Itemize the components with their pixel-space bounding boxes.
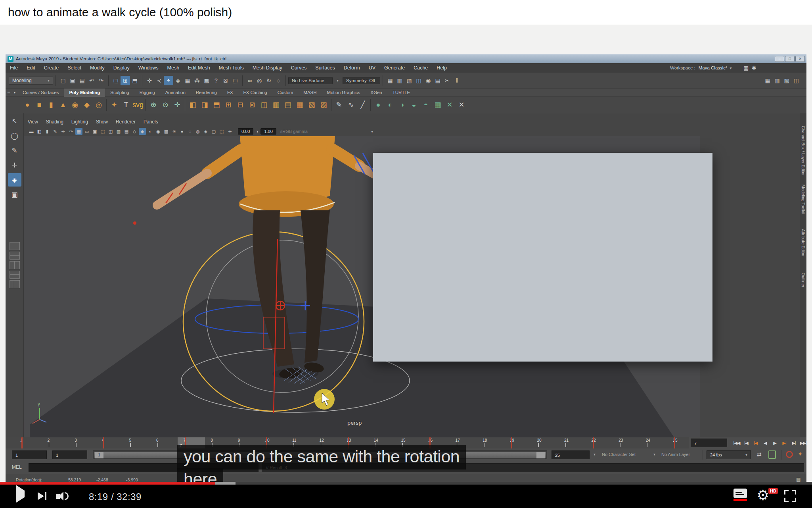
shelf-tool-icon[interactable]: ▥: [270, 99, 282, 111]
panel-toggle-icon[interactable]: ◫: [791, 76, 801, 85]
gamma-field[interactable]: 1.00: [260, 128, 276, 135]
viewport-icon[interactable]: ▦: [75, 128, 82, 135]
menu-item[interactable]: Help: [432, 63, 451, 73]
shelf-tool-icon[interactable]: ●: [21, 99, 33, 111]
shelf-tab[interactable]: Curves / Surfaces: [17, 89, 64, 97]
record-icon[interactable]: [786, 451, 793, 458]
display-icon[interactable]: ▥: [395, 76, 404, 85]
selection-mode-icon[interactable]: ⬒: [130, 76, 140, 85]
menu-item[interactable]: Edit Mesh: [184, 63, 214, 73]
shelf-tab[interactable]: XGen: [365, 89, 387, 97]
shelf-tool-icon[interactable]: ✕: [444, 99, 456, 111]
menu-item[interactable]: Select: [63, 63, 86, 73]
snap-icon[interactable]: ⊠: [221, 76, 230, 85]
next-key-button[interactable]: ▶|: [779, 438, 789, 448]
shelf-tool-icon[interactable]: [146, 99, 146, 111]
snap-icon[interactable]: ◈: [173, 76, 183, 85]
display-icon[interactable]: ▤: [433, 76, 442, 85]
shelf-tab[interactable]: Custom: [272, 89, 299, 97]
shelf-tool-icon[interactable]: ▲: [57, 99, 69, 111]
animlayer-caret-icon[interactable]: ▾: [653, 452, 655, 456]
shelf-tool-icon[interactable]: [370, 99, 371, 111]
viewport-menu-item[interactable]: Lighting: [67, 119, 92, 125]
maya-titlebar[interactable]: M Autodesk Maya 2019 - Student Version: …: [6, 54, 806, 63]
tool-icon[interactable]: ✛: [8, 158, 21, 172]
shelf-tool-icon[interactable]: ▤: [282, 99, 294, 111]
viewport-icon[interactable]: ◆: [139, 128, 146, 135]
shelf-tool-icon[interactable]: ✦: [108, 99, 120, 111]
tab-channel-box[interactable]: Channel Box / Layer Editor: [801, 126, 806, 176]
shelf-tool-icon[interactable]: [185, 99, 185, 111]
snap-icon[interactable]: ⌖: [164, 76, 173, 85]
dope-sheet-icon[interactable]: [768, 450, 776, 459]
shelf-tab[interactable]: Rigging: [134, 89, 160, 97]
range-start-handle[interactable]: 1: [95, 452, 103, 458]
shelf-tool-icon[interactable]: ⊟: [234, 99, 246, 111]
shelf-tool-icon[interactable]: ◓: [420, 99, 432, 111]
history-icon[interactable]: ◎: [255, 76, 264, 85]
shelf-tool-icon[interactable]: ◉: [69, 99, 81, 111]
shelf-tool-icon[interactable]: ▮: [45, 99, 57, 111]
viewport-icon[interactable]: ◈: [202, 128, 209, 135]
viewport-icon[interactable]: ◍: [194, 128, 201, 135]
tab-modeling-toolkit[interactable]: Modeling Toolkit: [801, 185, 806, 214]
selection-mode-icon[interactable]: ⊞: [121, 76, 130, 85]
shelf-tab[interactable]: Poly Modeling: [64, 89, 105, 97]
symmetry-field[interactable]: Symmetry: Off: [343, 77, 380, 84]
file-icon[interactable]: ↶: [87, 76, 96, 85]
menubar-icon[interactable]: ✱: [750, 64, 758, 72]
viewport-icon[interactable]: ⬚: [218, 128, 225, 135]
display-icon[interactable]: ▦: [385, 76, 395, 85]
minimize-button[interactable]: –: [775, 56, 784, 62]
snap-icon[interactable]: ▩: [202, 76, 211, 85]
shelf-tool-icon[interactable]: ◎: [93, 99, 105, 111]
shelf-tool-icon[interactable]: T: [120, 99, 132, 111]
next-button[interactable]: [38, 492, 46, 500]
menu-item[interactable]: Mesh Display: [248, 63, 287, 73]
shelf-tool-icon[interactable]: ■: [33, 99, 45, 111]
layout-outliner-button[interactable]: [10, 280, 20, 288]
snap-icon[interactable]: ⬚: [230, 76, 240, 85]
history-icon[interactable]: ◌: [274, 76, 283, 85]
character-set-selector[interactable]: No Character Set: [602, 452, 636, 457]
shelf-tool-icon[interactable]: ╱: [357, 99, 369, 111]
display-icon[interactable]: ◉: [423, 76, 433, 85]
viewport-icon[interactable]: ✛: [59, 128, 67, 135]
shelf-tool-icon[interactable]: ◒: [408, 99, 420, 111]
play-backwards-button[interactable]: ◀: [760, 438, 770, 448]
viewport-menu-item[interactable]: View: [24, 119, 42, 125]
menu-item[interactable]: Cache: [409, 63, 432, 73]
menu-item[interactable]: Surfaces: [311, 63, 339, 73]
selection-mode-icon[interactable]: ⬚: [111, 76, 121, 85]
shelf-tool-icon[interactable]: [106, 99, 107, 111]
display-icon[interactable]: ▧: [404, 76, 414, 85]
display-icon[interactable]: ✂: [442, 76, 452, 85]
tool-icon[interactable]: ✎: [8, 144, 21, 157]
viewport-icon[interactable]: ▬: [28, 128, 35, 135]
menu-item[interactable]: UV: [364, 63, 380, 73]
workspace-value[interactable]: Maya Classic*: [699, 65, 728, 70]
prev-key-button[interactable]: |◀: [751, 438, 760, 448]
anim-layer-selector[interactable]: No Anim Layer: [661, 452, 690, 457]
menu-item[interactable]: File: [6, 63, 22, 73]
menu-item[interactable]: Create: [40, 63, 63, 73]
range-end-handle[interactable]: [536, 452, 545, 458]
go-to-start-button[interactable]: |◀◀: [732, 438, 741, 448]
shelf-tool-icon[interactable]: ⊠: [246, 99, 258, 111]
shelf-tool-icon[interactable]: ✎: [333, 99, 345, 111]
viewport-icon[interactable]: ◐: [147, 128, 154, 135]
shelf-tool-icon[interactable]: ●: [372, 99, 384, 111]
shelf-tab[interactable]: Motion Graphics: [322, 89, 366, 97]
volume-button[interactable]: [56, 492, 69, 500]
menu-item[interactable]: Generate: [380, 63, 409, 73]
tool-icon[interactable]: ▣: [8, 188, 21, 201]
viewport-menu-item[interactable]: Panels: [140, 119, 162, 125]
menubar-icon[interactable]: ▦: [742, 64, 750, 72]
tab-attribute-editor[interactable]: Attribute Editor: [801, 229, 806, 256]
step-back-frame-button[interactable]: |◀: [741, 438, 751, 448]
close-button[interactable]: ✕: [795, 56, 805, 62]
tab-outliner[interactable]: Outliner: [801, 273, 806, 287]
shelf-tool-icon[interactable]: ▦: [432, 99, 444, 111]
layout-two-pane-button[interactable]: [10, 261, 20, 269]
shelf-tab[interactable]: Rendering: [191, 89, 222, 97]
